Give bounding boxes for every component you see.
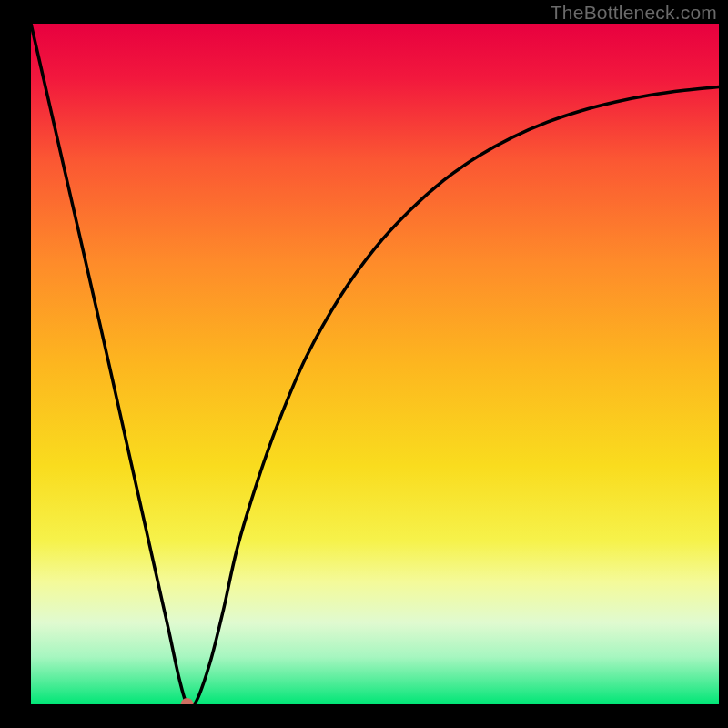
watermark-text: TheBottleneck.com [551,2,717,24]
chart-frame: TheBottleneck.com [0,0,728,728]
gradient-background [31,24,719,704]
axis-border-right [719,0,728,728]
bottleneck-chart [0,0,728,728]
axis-border-bottom [0,704,728,728]
axis-border-left [0,0,31,728]
